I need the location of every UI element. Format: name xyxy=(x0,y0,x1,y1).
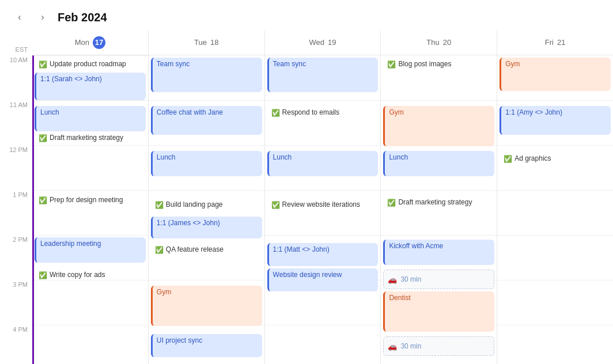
day-col-thu: ✅ Blog post images Gym Lunch ✅ Draft m xyxy=(381,55,497,364)
days-container: Mon 17 Tue 18 Wed 19 Thu 20 Fri 21 xyxy=(32,30,613,364)
time-slot-2pm: 2 PM xyxy=(0,235,32,280)
hour-lines-mon xyxy=(32,55,148,364)
event-draft-marketing-mon[interactable]: ✅ Draft marketing strategy xyxy=(35,131,146,147)
event-coffee-chat-jane[interactable]: Coffee chat with Jane xyxy=(151,106,262,135)
event-write-copy-ads[interactable]: ✅ Write copy for ads xyxy=(35,268,146,285)
event-kickoff-acme[interactable]: Kickoff with Acme xyxy=(383,240,494,265)
day-col-mon: ✅ Update product roadmap 1:1 (Sarah <> J… xyxy=(32,55,149,364)
hour-lines-fri xyxy=(497,55,613,364)
day-header-fri: Fri 21 xyxy=(497,30,613,55)
event-gym-tue[interactable]: Gym xyxy=(151,286,262,326)
time-slot-3pm: 3 PM xyxy=(0,280,32,325)
event-1on1-james-john[interactable]: 1:1 (James <> John) xyxy=(151,217,262,238)
time-column: EST 10 AM 11 AM 12 PM 1 PM 2 PM 3 PM 4 P… xyxy=(0,30,32,364)
time-slot-10am: 10 AM xyxy=(0,55,32,100)
event-ui-project-sync[interactable]: UI project sync xyxy=(151,334,262,357)
event-lunch-mon[interactable]: Lunch xyxy=(35,106,146,131)
event-review-website-iterations[interactable]: ✅ Review website iterations xyxy=(267,198,379,223)
event-1on1-sarah-john[interactable]: 1:1 (Sarah <> John) xyxy=(35,73,146,100)
event-1on1-matt-john[interactable]: 1:1 (Matt <> John) xyxy=(267,243,379,266)
event-website-design-review[interactable]: Website design review xyxy=(267,268,379,291)
day-header-tue: Tue 18 xyxy=(149,30,265,55)
day-header-mon: Mon 17 xyxy=(32,30,149,55)
time-header-spacer: EST xyxy=(0,30,32,55)
time-slot-12pm: 12 PM xyxy=(0,145,32,190)
event-blog-post-images[interactable]: ✅ Blog post images xyxy=(383,58,494,74)
month-title: Feb 2024 xyxy=(58,11,107,24)
event-team-sync-wed[interactable]: Team sync xyxy=(267,58,379,92)
timezone-label: EST xyxy=(0,30,32,55)
days-body: ✅ Update product roadmap 1:1 (Sarah <> J… xyxy=(32,55,613,364)
event-respond-emails[interactable]: ✅ Respond to emails xyxy=(267,106,379,122)
days-header: Mon 17 Tue 18 Wed 19 Thu 20 Fri 21 xyxy=(32,30,613,55)
event-lunch-wed[interactable]: Lunch xyxy=(267,151,379,176)
time-slot-11am: 11 AM xyxy=(0,100,32,145)
calendar-header: ‹ › Feb 2024 xyxy=(0,0,613,30)
calendar-container: ‹ › Feb 2024 EST 10 AM 11 AM 12 PM 1 PM … xyxy=(0,0,613,364)
event-team-sync-tue[interactable]: Team sync xyxy=(151,58,262,92)
event-30min-1-thu[interactable]: 🚗 30 min xyxy=(383,270,494,289)
mon-purple-bar xyxy=(32,55,34,364)
next-button[interactable]: › xyxy=(35,9,51,25)
day-header-thu: Thu 20 xyxy=(381,30,497,55)
event-dentist[interactable]: Dentist xyxy=(383,291,494,332)
day-col-tue: Team sync Coffee chat with Jane Lunch ✅ … xyxy=(149,55,265,364)
day-col-wed: Team sync ✅ Respond to emails Lunch ✅ xyxy=(265,55,381,364)
event-30min-2-thu[interactable]: 🚗 30 min xyxy=(383,336,494,356)
event-lunch-thu[interactable]: Lunch xyxy=(383,151,494,176)
event-gym-fri[interactable]: Gym xyxy=(500,58,611,91)
event-1on1-amy-john[interactable]: 1:1 (Amy <> John) xyxy=(500,106,611,135)
event-build-landing-page[interactable]: ✅ Build landing page xyxy=(151,198,262,214)
day-header-wed: Wed 19 xyxy=(265,30,381,55)
event-ad-graphics[interactable]: ✅ Ad graphics xyxy=(500,152,611,168)
event-leadership-meeting[interactable]: Leadership meeting xyxy=(35,237,146,263)
time-slot-1pm: 1 PM xyxy=(0,190,32,235)
event-lunch-tue[interactable]: Lunch xyxy=(151,151,262,176)
event-draft-marketing-thu[interactable]: ✅ Draft marketing strategy xyxy=(383,196,494,212)
prev-button[interactable]: ‹ xyxy=(12,9,28,25)
calendar-grid: EST 10 AM 11 AM 12 PM 1 PM 2 PM 3 PM 4 P… xyxy=(0,30,613,364)
time-slots: 10 AM 11 AM 12 PM 1 PM 2 PM 3 PM 4 PM 5 … xyxy=(0,55,32,364)
event-gym-thu[interactable]: Gym xyxy=(383,106,494,146)
day-col-fri: Gym 1:1 (Amy <> John) ✅ Ad graphics xyxy=(497,55,613,364)
time-slot-4pm: 4 PM xyxy=(0,325,32,364)
event-qa-feature-release[interactable]: ✅ QA feature release xyxy=(151,243,262,259)
event-prep-design-meeting[interactable]: ✅ Prep for design meeting xyxy=(35,194,146,210)
